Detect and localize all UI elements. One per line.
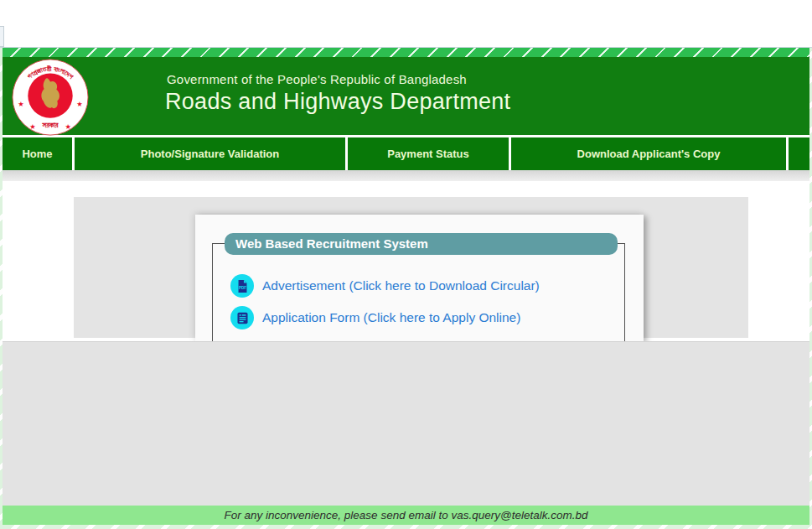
svg-text:★: ★ bbox=[29, 123, 35, 131]
footer-bar: For any inconvenience, please send email… bbox=[3, 506, 809, 525]
bangladesh-government-seal-logo: গণপ্রজাতন্ত্রী বাংলাদেশ সরকার ★ ★ ★ ★ bbox=[12, 59, 89, 136]
svg-text:★: ★ bbox=[76, 101, 82, 108]
application-form-link[interactable]: Application Form (Click here to Apply On… bbox=[262, 310, 520, 325]
government-line: Government of the People's Republic of B… bbox=[167, 72, 467, 86]
seal-icon: গণপ্রজাতন্ত্রী বাংলাদেশ সরকার ★ ★ ★ ★ bbox=[12, 59, 89, 136]
nav-item-home[interactable]: Home bbox=[3, 137, 72, 170]
sub-nav-gray-strip bbox=[3, 170, 809, 181]
page-title: Roads and Highways Department bbox=[165, 89, 510, 115]
form-icon bbox=[230, 306, 254, 329]
nav-item-photo-signature-validation[interactable]: Photo/Signature Validation bbox=[75, 137, 345, 170]
header-hatch-strip bbox=[3, 48, 809, 57]
top-white-strip bbox=[0, 0, 812, 48]
nav-item-extra[interactable] bbox=[789, 137, 809, 170]
lower-gray-panel bbox=[3, 341, 809, 506]
nav-item-payment-status[interactable]: Payment Status bbox=[348, 137, 509, 170]
site-header: গণপ্রজাতন্ত্রী বাংলাদেশ সরকার ★ ★ ★ ★ Go… bbox=[3, 57, 809, 135]
svg-text:★: ★ bbox=[18, 101, 23, 108]
svg-text:PDF: PDF bbox=[238, 286, 246, 290]
left-edge-artifact bbox=[0, 26, 4, 47]
recruitment-system-card: Web Based Recruitment System PDF Adverti… bbox=[195, 215, 644, 341]
main-navigation: Home Photo/Signature Validation Payment … bbox=[3, 135, 809, 170]
advertisement-link-row[interactable]: PDF Advertisement (Click here to Downloa… bbox=[230, 274, 540, 298]
footer-help-text: For any inconvenience, please send email… bbox=[225, 509, 588, 521]
svg-text:সরকার: সরকার bbox=[42, 121, 59, 129]
pdf-icon: PDF bbox=[230, 274, 254, 298]
card-legend: Web Based Recruitment System bbox=[225, 233, 618, 255]
nav-item-download-applicants-copy[interactable]: Download Applicant's Copy bbox=[511, 137, 786, 170]
advertisement-link[interactable]: Advertisement (Click here to Download Ci… bbox=[262, 278, 540, 293]
svg-text:★: ★ bbox=[65, 123, 70, 131]
application-form-link-row[interactable]: Application Form (Click here to Apply On… bbox=[230, 306, 520, 329]
page: গণপ্রজাতন্ত্রী বাংলাদেশ সরকার ★ ★ ★ ★ Go… bbox=[0, 0, 812, 529]
